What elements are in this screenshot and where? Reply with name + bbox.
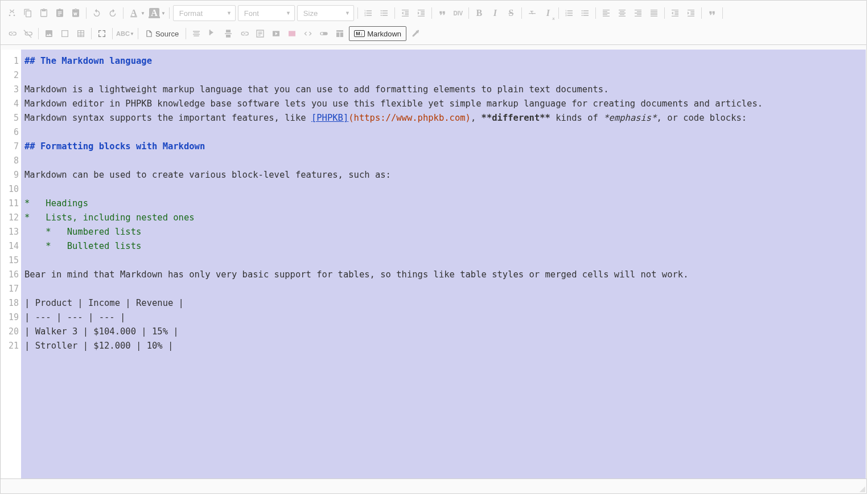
- maximize-button[interactable]: [94, 26, 110, 42]
- code-line[interactable]: [24, 125, 862, 140]
- code-line[interactable]: ## The Markdown language: [24, 54, 862, 68]
- line-number: 13: [1, 225, 19, 239]
- iframe-button[interactable]: [252, 26, 268, 42]
- paste-text-button[interactable]: [52, 5, 68, 21]
- line-number: 4: [1, 97, 19, 111]
- line-number: 7: [1, 140, 19, 154]
- code-line[interactable]: * Bulleted lists: [24, 239, 862, 253]
- outdent-button[interactable]: [397, 5, 413, 21]
- blockquote-button[interactable]: [434, 5, 450, 21]
- bg-color-button[interactable]: A: [146, 5, 162, 21]
- line-number: 6: [1, 125, 19, 140]
- code-line[interactable]: Markdown syntax supports the important f…: [24, 111, 862, 125]
- anchor-button[interactable]: [204, 26, 220, 42]
- line-number: 16: [1, 268, 19, 282]
- numbered-list-button[interactable]: [360, 5, 376, 21]
- code-snippet-button[interactable]: [300, 26, 316, 42]
- markdown-button[interactable]: M↓Markdown: [349, 26, 406, 41]
- clear-format-button[interactable]: Ix: [540, 5, 556, 21]
- source-button[interactable]: Source: [141, 26, 183, 41]
- code-line[interactable]: [24, 68, 862, 83]
- paste-button[interactable]: [36, 5, 52, 21]
- table-button[interactable]: [73, 26, 89, 42]
- code-line[interactable]: | --- | --- | --- |: [24, 310, 862, 325]
- line-number: 12: [1, 211, 19, 225]
- indent-button[interactable]: [413, 5, 429, 21]
- italic-button[interactable]: I: [487, 5, 503, 21]
- code-line[interactable]: | Product | Income | Revenue |: [24, 296, 862, 310]
- strike-button[interactable]: S: [503, 5, 519, 21]
- div-button[interactable]: DIV: [450, 5, 466, 21]
- numbered-list-2-button[interactable]: [561, 5, 577, 21]
- line-number: 5: [1, 111, 19, 125]
- outdent-2-button[interactable]: [667, 5, 683, 21]
- code-line[interactable]: [24, 154, 862, 168]
- code-line[interactable]: ## Formatting blocks with Markdown: [24, 140, 862, 154]
- line-number: 19: [1, 310, 19, 325]
- undo-button[interactable]: [89, 5, 105, 21]
- toolbar: A▼ A▼ Format▼ Font▼ Size▼ DIV B I S Ix: [1, 1, 866, 45]
- resize-handle[interactable]: [859, 486, 865, 492]
- line-number: 10: [1, 182, 19, 197]
- line-number: 14: [1, 239, 19, 253]
- spellcheck-button[interactable]: ABC: [115, 26, 131, 42]
- code-line[interactable]: [24, 182, 862, 197]
- image-button[interactable]: [41, 26, 57, 42]
- line-number: 8: [1, 154, 19, 168]
- toggle-button[interactable]: [316, 26, 332, 42]
- code-line[interactable]: * Lists, including nested ones: [24, 211, 862, 225]
- line-number: 20: [1, 325, 19, 339]
- svg-point-2: [321, 32, 323, 35]
- page-break-button[interactable]: [220, 26, 236, 42]
- line-number: 1: [1, 54, 19, 68]
- link-2-button[interactable]: [236, 26, 252, 42]
- show-blocks-button[interactable]: [188, 26, 204, 42]
- align-justify-button[interactable]: [646, 5, 662, 21]
- status-bar: [1, 478, 866, 493]
- code-editor[interactable]: 123456789101112131415161718192021 ## The…: [1, 50, 866, 478]
- code-line[interactable]: Markdown can be used to create various b…: [24, 168, 862, 182]
- code-line[interactable]: [24, 282, 862, 296]
- youtube-button[interactable]: [268, 26, 284, 42]
- bulleted-list-2-button[interactable]: [577, 5, 593, 21]
- format-combo[interactable]: Format▼: [173, 5, 236, 21]
- code-line[interactable]: Markdown editor in PHPKB knowledge base …: [24, 97, 862, 111]
- code-area[interactable]: ## The Markdown language Markdown is a l…: [21, 50, 866, 478]
- code-line[interactable]: [24, 253, 862, 268]
- code-line[interactable]: Bear in mind that Markdown has only very…: [24, 268, 862, 282]
- code-line[interactable]: * Numbered lists: [24, 225, 862, 239]
- align-right-button[interactable]: [630, 5, 646, 21]
- code-line[interactable]: | Stroller | $12.000 | 10% |: [24, 339, 862, 353]
- text-color-button[interactable]: A: [126, 5, 142, 21]
- remove-format-button[interactable]: [524, 5, 540, 21]
- embed-button[interactable]: [284, 26, 300, 42]
- code-line[interactable]: * Headings: [24, 197, 862, 211]
- line-number: 18: [1, 296, 19, 310]
- line-number: 11: [1, 197, 19, 211]
- unlink-button[interactable]: [20, 26, 36, 42]
- line-number: 9: [1, 168, 19, 182]
- bold-button[interactable]: B: [471, 5, 487, 21]
- code-line[interactable]: | Walker 3 | $104.000 | 15% |: [24, 325, 862, 339]
- code-line[interactable]: Markdown is a lightweight markup languag…: [24, 83, 862, 97]
- blockquote-2-button[interactable]: [704, 5, 720, 21]
- svg-rect-0: [289, 31, 295, 36]
- font-combo[interactable]: Font▼: [238, 5, 295, 21]
- align-center-button[interactable]: [614, 5, 630, 21]
- line-number: 3: [1, 83, 19, 97]
- eyedropper-button[interactable]: [408, 26, 423, 42]
- template-button[interactable]: [332, 26, 348, 42]
- editor-container: A▼ A▼ Format▼ Font▼ Size▼ DIV B I S Ix: [0, 0, 867, 494]
- cut-button[interactable]: [4, 5, 20, 21]
- align-left-button[interactable]: [598, 5, 614, 21]
- redo-button[interactable]: [105, 5, 121, 21]
- copy-button[interactable]: [20, 5, 36, 21]
- line-number: 17: [1, 282, 19, 296]
- paste-word-button[interactable]: [68, 5, 84, 21]
- size-combo[interactable]: Size▼: [297, 5, 354, 21]
- toolbar-row-2: ABC▼ Source M↓Markdown: [4, 23, 863, 44]
- link-button[interactable]: [4, 26, 20, 42]
- bulleted-list-button[interactable]: [376, 5, 392, 21]
- indent-2-button[interactable]: [683, 5, 699, 21]
- flash-button[interactable]: [57, 26, 73, 42]
